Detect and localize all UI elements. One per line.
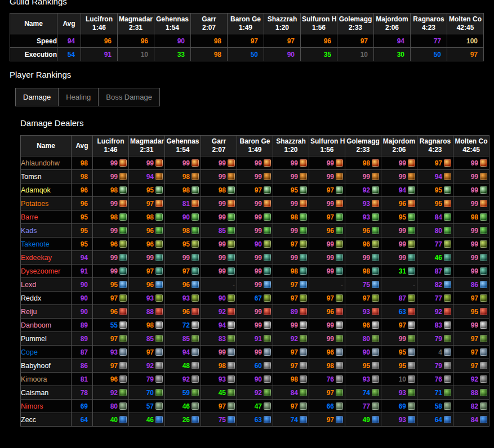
guild-boss-score[interactable]: 98 <box>191 34 228 48</box>
player-boss-score[interactable]: 59 <box>165 386 201 400</box>
player-boss-score[interactable]: 99 <box>309 265 345 278</box>
player-boss-score[interactable]: 49 <box>345 413 381 427</box>
player-boss-score[interactable]: 93 <box>381 386 417 400</box>
player-boss-score[interactable]: 95 <box>381 210 417 224</box>
guild-avg-score[interactable]: 94 <box>57 34 81 48</box>
player-avg-score[interactable]: 96 <box>72 183 93 197</box>
guild-boss-column-header[interactable]: Molten Co42:45 <box>447 14 484 34</box>
player-boss-score[interactable]: 85 <box>129 332 165 346</box>
tab-boss-damage[interactable]: Boss Damage <box>98 88 160 106</box>
player-name-link[interactable]: Caisman <box>21 386 72 400</box>
player-avg-score[interactable]: 89 <box>72 319 93 332</box>
guild-boss-score[interactable]: 97 <box>264 34 301 48</box>
player-boss-score[interactable]: 97 <box>417 156 453 170</box>
guild-boss-column-header[interactable]: Gehennas1:54 <box>154 14 191 34</box>
player-boss-score[interactable]: 90 <box>345 346 381 359</box>
player-boss-score[interactable]: 99 <box>237 224 273 238</box>
guild-boss-column-header[interactable]: Sulfuron H1:56 <box>301 14 337 34</box>
player-boss-score[interactable]: 70 <box>129 386 165 400</box>
guild-boss-column-header[interactable]: Golemagg2:33 <box>337 14 374 34</box>
player-boss-score[interactable]: 80 <box>345 332 381 346</box>
player-boss-score[interactable]: 67 <box>237 292 273 305</box>
player-name-link[interactable]: Pummel <box>21 332 72 346</box>
guild-boss-score[interactable]: 96 <box>118 34 154 48</box>
player-boss-score[interactable]: 89 <box>273 305 309 319</box>
player-boss-score[interactable]: 96 <box>93 305 129 319</box>
player-boss-score[interactable]: 83 <box>201 332 237 346</box>
player-boss-score[interactable]: 82 <box>417 278 453 292</box>
player-boss-score[interactable]: 97 <box>453 359 489 373</box>
player-boss-score[interactable]: 66 <box>309 400 345 413</box>
player-boss-score[interactable]: 97 <box>129 346 165 359</box>
guild-boss-score[interactable]: 10 <box>118 48 154 61</box>
player-boss-score[interactable]: 69 <box>381 400 417 413</box>
player-boss-score[interactable]: 93 <box>345 305 381 319</box>
guild-avg-score[interactable]: 54 <box>57 48 81 61</box>
guild-boss-score[interactable]: 97 <box>447 48 484 61</box>
player-boss-score[interactable]: 80 <box>93 400 129 413</box>
guild-boss-score[interactable]: 97 <box>228 34 264 48</box>
player-boss-score[interactable]: 99 <box>453 170 489 183</box>
player-boss-score[interactable]: 96 <box>345 238 381 251</box>
player-boss-score[interactable]: 80 <box>417 224 453 238</box>
player-boss-score[interactable]: 97 <box>273 346 309 359</box>
player-boss-score[interactable]: 99 <box>309 251 345 265</box>
player-boss-score[interactable]: 99 <box>165 156 201 170</box>
player-boss-score[interactable]: 98 <box>273 265 309 278</box>
player-name-link[interactable]: Kimoora <box>21 373 72 386</box>
player-boss-score[interactable]: 75 <box>345 278 381 292</box>
player-boss-score[interactable]: 99 <box>273 251 309 265</box>
guild-boss-score[interactable]: 35 <box>301 48 337 61</box>
player-boss-score[interactable]: 96 <box>129 224 165 238</box>
player-boss-score[interactable]: 98 <box>201 359 237 373</box>
player-boss-score[interactable]: 99 <box>453 319 489 332</box>
player-avg-score[interactable]: 86 <box>72 359 93 373</box>
player-boss-score[interactable]: 99 <box>93 170 129 183</box>
player-boss-score[interactable]: 97 <box>201 400 237 413</box>
guild-boss-score[interactable]: 50 <box>228 48 264 61</box>
player-boss-score[interactable]: 26 <box>165 413 201 427</box>
player-boss-column-header[interactable]: Gehennas1:54 <box>165 136 201 156</box>
player-avg-score[interactable]: 89 <box>72 332 93 346</box>
player-boss-score[interactable]: 98 <box>273 210 309 224</box>
player-boss-score[interactable]: 99 <box>93 265 129 278</box>
player-boss-score[interactable]: 99 <box>453 197 489 210</box>
player-boss-score[interactable]: 88 <box>453 386 489 400</box>
player-boss-score[interactable]: 96 <box>165 278 201 292</box>
player-boss-score[interactable]: 77 <box>417 238 453 251</box>
player-boss-score[interactable]: 75 <box>201 413 237 427</box>
player-boss-score[interactable]: 76 <box>417 373 453 386</box>
player-boss-score[interactable]: 99 <box>237 346 273 359</box>
player-boss-score[interactable]: 99 <box>309 170 345 183</box>
player-boss-score[interactable]: 94 <box>381 183 417 197</box>
player-boss-score[interactable]: 99 <box>381 238 417 251</box>
player-boss-score[interactable]: 97 <box>309 413 345 427</box>
player-boss-score[interactable]: 99 <box>453 265 489 278</box>
player-boss-score[interactable]: 92 <box>129 359 165 373</box>
player-name-link[interactable]: Adamqok <box>21 183 72 197</box>
player-boss-score[interactable]: 97 <box>273 359 309 373</box>
player-boss-score[interactable]: 64 <box>417 413 453 427</box>
player-boss-score[interactable]: 97 <box>129 197 165 210</box>
player-boss-score[interactable]: 97 <box>93 332 129 346</box>
player-boss-score[interactable]: 99 <box>453 238 489 251</box>
player-boss-score[interactable]: 93 <box>201 373 237 386</box>
player-boss-column-header[interactable]: Sulfuron H1:56 <box>309 136 345 156</box>
player-name-link[interactable]: Ahlaundohw <box>21 156 72 170</box>
player-avg-column-header[interactable]: Avg <box>72 136 93 156</box>
player-boss-score[interactable]: 99 <box>273 170 309 183</box>
player-boss-score[interactable]: 99 <box>273 319 309 332</box>
player-boss-score[interactable]: 98 <box>345 265 381 278</box>
player-boss-score[interactable]: 58 <box>417 400 453 413</box>
player-boss-score[interactable]: 93 <box>129 292 165 305</box>
player-name-link[interactable]: Dysezoomer <box>21 265 72 278</box>
player-boss-score[interactable]: 96 <box>345 224 381 238</box>
player-boss-score[interactable]: 97 <box>273 238 309 251</box>
guild-boss-score[interactable]: 96 <box>81 34 118 48</box>
guild-boss-column-header[interactable]: Garr2:07 <box>191 14 228 34</box>
guild-boss-score[interactable]: 90 <box>264 48 301 61</box>
tab-damage[interactable]: Damage <box>15 88 59 106</box>
player-boss-score[interactable]: 99 <box>237 170 273 183</box>
player-boss-score[interactable]: 99 <box>201 210 237 224</box>
player-avg-score[interactable]: 98 <box>72 170 93 183</box>
